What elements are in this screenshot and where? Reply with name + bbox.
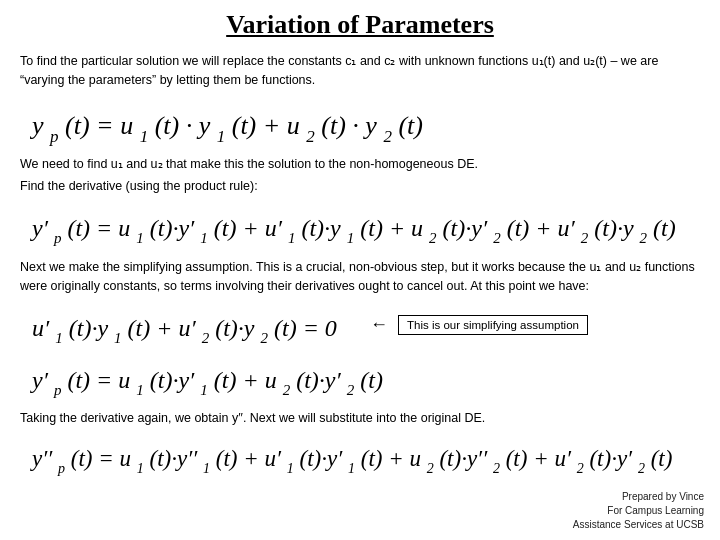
page: Variation of Parameters To find the part… bbox=[0, 0, 720, 540]
arrow-left: ← bbox=[370, 314, 388, 335]
svg-text:y′
        p
        (t) = u
 : y′ p (t) = u 1 (t)·y′ 1 (t) + u′ 1 (t)·y… bbox=[30, 215, 676, 248]
page-title: Variation of Parameters bbox=[20, 10, 700, 40]
note2: Find the derivative (using the product r… bbox=[20, 177, 700, 196]
svg-text:y′′
        p
        (t) = u
: y′′ p (t) = u 1 (t)·y′′ 1 (t) + u′ 1 (t)… bbox=[30, 446, 672, 478]
formula-4: y′ p (t) = u 1 (t)·y′ 1 (t) + u 2 (t)·y′… bbox=[30, 354, 700, 404]
formula-1-svg: y p (t) = u 1 (t) · y 1 (t) + u 2 (t) · … bbox=[30, 98, 510, 146]
svg-text:u′
        1
        (t)·y
   : u′ 1 (t)·y 1 (t) + u′ 2 (t)·y 2 (t) = 0 bbox=[32, 315, 337, 348]
note1: We need to find u₁ and u₂ that make this… bbox=[20, 155, 700, 174]
formula-1: y p (t) = u 1 (t) · y 1 (t) + u 2 (t) · … bbox=[30, 98, 700, 150]
formula-3-svg: u′ 1 (t)·y 1 (t) + u′ 2 (t)·y 2 (t) = 0 bbox=[30, 302, 360, 348]
simplifying-assumption-box: This is our simplifying assumption bbox=[398, 315, 588, 335]
formula-5: y′′ p (t) = u 1 (t)·y′′ 1 (t) + u′ 1 (t)… bbox=[30, 432, 700, 484]
footer-line2: For Campus Learning bbox=[573, 504, 704, 518]
footer-line1: Prepared by Vince bbox=[573, 490, 704, 504]
footer: Prepared by Vince For Campus Learning As… bbox=[573, 490, 704, 532]
formula-5-svg: y′′ p (t) = u 1 (t)·y′′ 1 (t) + u′ 1 (t)… bbox=[30, 432, 720, 480]
svg-text:y
        p
        (t) = u
  : y p (t) = u 1 (t) · y 1 (t) + u 2 (t) · … bbox=[30, 111, 423, 146]
formula-2-svg: y′ p (t) = u 1 (t)·y′ 1 (t) + u′ 1 (t)·y… bbox=[30, 201, 720, 249]
note3: Next we make the simplifying assumption.… bbox=[20, 258, 700, 296]
formula-4-svg: y′ p (t) = u 1 (t)·y′ 1 (t) + u 2 (t)·y′… bbox=[30, 354, 430, 400]
formula-3-row: u′ 1 (t)·y 1 (t) + u′ 2 (t)·y 2 (t) = 0 … bbox=[30, 302, 700, 348]
formula-2: y′ p (t) = u 1 (t)·y′ 1 (t) + u′ 1 (t)·y… bbox=[30, 201, 700, 253]
intro-paragraph: To find the particular solution we will … bbox=[20, 52, 700, 90]
footer-line3: Assistance Services at UCSB bbox=[573, 518, 704, 532]
svg-text:y′
        p
        (t) = u
 : y′ p (t) = u 1 (t)·y′ 1 (t) + u 2 (t)·y′… bbox=[30, 367, 383, 400]
note4: Taking the derivative again, we obtain y… bbox=[20, 409, 700, 428]
